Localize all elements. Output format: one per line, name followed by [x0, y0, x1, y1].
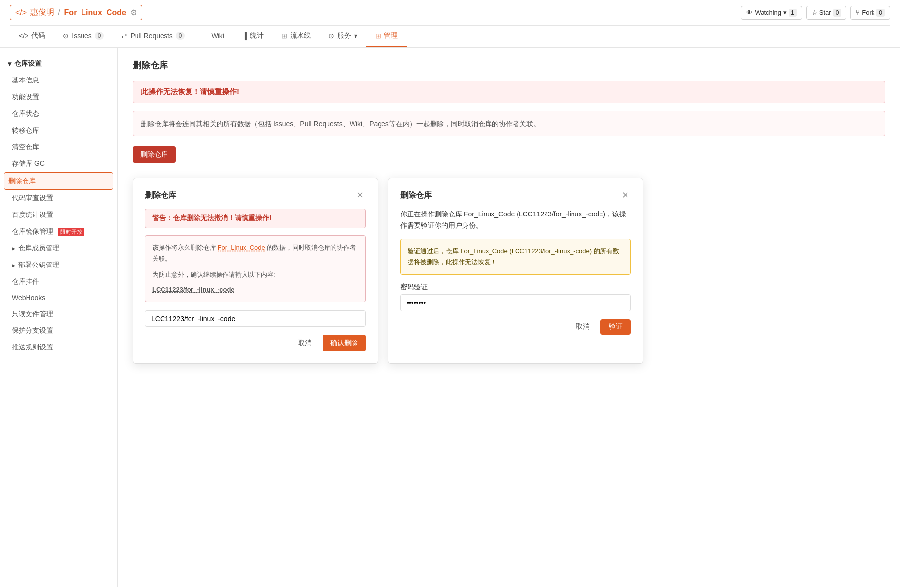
modal2-verify-button[interactable]: 验证 [600, 319, 631, 335]
tab-manage[interactable]: ⊞ 管理 [366, 26, 407, 47]
header: </> 惠俊明 / For_Linux_Code ⚙ 👁 Watching ▾ … [0, 0, 900, 48]
tab-issues[interactable]: ⊙ Issues 0 [54, 26, 112, 47]
repo-owner: 惠俊明 [30, 7, 54, 18]
modal2-footer: 取消 验证 [400, 319, 631, 335]
star-icon: ☆ [812, 9, 818, 16]
tab-manage-label: 管理 [384, 31, 398, 40]
repo-slash: / [58, 8, 60, 17]
tab-pipeline[interactable]: ⊞ 流水线 [273, 26, 320, 47]
modal1-repo-link[interactable]: For_Linux_Code [218, 244, 265, 251]
sidebar-item-label: 保护分支设置 [12, 326, 53, 335]
sidebar-item-repo-status[interactable]: 仓库状态 [0, 106, 117, 122]
sidebar-item-delete-repo[interactable]: 删除仓库 [4, 172, 113, 190]
sidebar-item-label: 百度统计设置 [12, 211, 53, 219]
header-top: </> 惠俊明 / For_Linux_Code ⚙ 👁 Watching ▾ … [10, 0, 890, 25]
sidebar-item-basic-info[interactable]: 基本信息 [0, 72, 117, 89]
modal1-cancel-button[interactable]: 取消 [292, 336, 318, 350]
limited-badge: 限时开放 [58, 228, 84, 236]
sidebar-item-label: 只读文件管理 [12, 310, 53, 319]
sidebar-item-label: 仓库成员管理 [18, 244, 59, 253]
alert-description-text: 删除仓库将会连同其相关的所有数据（包括 Issues、Pull Requests… [141, 120, 540, 128]
sidebar-section-label: 仓库设置 [14, 59, 42, 68]
sidebar: ▾ 仓库设置 基本信息 功能设置 仓库状态 转移仓库 清空仓库 存储库 GC 删… [0, 48, 118, 587]
tab-service-label: 服务 [337, 31, 351, 40]
tab-pullrequests[interactable]: ⇄ Pull Requests 0 [112, 26, 193, 47]
modal1-confirm-instruction: 为防止意外，确认继续操作请输入以下内容: [152, 271, 275, 278]
tab-code-label: 代码 [31, 31, 45, 40]
sidebar-item-label: 仓库状态 [12, 109, 39, 118]
modal2-cancel-button[interactable]: 取消 [570, 320, 596, 334]
modals-area: 删除仓库 ✕ 警告：仓库删除无法撤消！请慎重操作! 该操作将永久删除仓库 For… [133, 178, 885, 363]
alert-danger-text: 此操作无法恢复！请慎重操作! [141, 87, 239, 96]
layout: ▾ 仓库设置 基本信息 功能设置 仓库状态 转移仓库 清空仓库 存储库 GC 删… [0, 48, 900, 587]
manage-icon: ⊞ [375, 32, 381, 40]
modal2-header: 删除仓库 ✕ [400, 190, 631, 201]
modal1-confirm-delete-button[interactable]: 确认删除 [323, 335, 366, 351]
sidebar-item-func-settings[interactable]: 功能设置 [0, 89, 117, 106]
sidebar-item-baidu-stats[interactable]: 百度统计设置 [0, 207, 117, 223]
sidebar-item-push-rules[interactable]: 推送规则设置 [0, 339, 117, 356]
delete-repo-button[interactable]: 删除仓库 [133, 146, 176, 163]
alert-danger-strong: 此操作无法恢复！请慎重操作! [133, 81, 885, 103]
modal1-info-box: 该操作将永久删除仓库 For_Linux_Code 的数据，同时取消仓库的协作者… [145, 235, 366, 302]
sidebar-item-label: 仓库镜像管理 [12, 227, 53, 236]
fork-button[interactable]: ⑂ Fork 0 [850, 6, 890, 20]
modal1-info-line1: 该操作将永久删除仓库 For_Linux_Code 的数据，同时取消仓库的协作者… [152, 242, 358, 264]
stats-icon: ▐ [242, 32, 247, 40]
issues-badge: 0 [95, 32, 104, 40]
star-button[interactable]: ☆ Star 0 [806, 6, 847, 20]
delete-confirm-modal: 删除仓库 ✕ 警告：仓库删除无法撤消！请慎重操作! 该操作将永久删除仓库 For… [133, 178, 378, 363]
modal1-title: 删除仓库 [145, 190, 176, 201]
modal2-description: 你正在操作删除仓库 For_Linux_Code (LCC11223/for_-… [400, 209, 631, 231]
tab-service[interactable]: ⊙ 服务 ▾ [320, 26, 366, 47]
tab-pipeline-label: 流水线 [290, 31, 311, 40]
pipeline-icon: ⊞ [281, 32, 287, 40]
main-content: 删除仓库 此操作无法恢复！请慎重操作! 删除仓库将会连同其相关的所有数据（包括 … [118, 48, 900, 587]
sidebar-item-member-manage[interactable]: ▸ 仓库成员管理 [0, 240, 117, 257]
service-icon: ⊙ [328, 32, 334, 40]
watching-label: Watching [755, 9, 781, 16]
sidebar-item-protect-branch[interactable]: 保护分支设置 [0, 322, 117, 339]
nav-tabs: </> 代码 ⊙ Issues 0 ⇄ Pull Requests 0 ≣ Wi… [10, 25, 890, 47]
sidebar-item-mirror[interactable]: 仓库镜像管理 限时开放 [0, 223, 117, 240]
watching-button[interactable]: 👁 Watching ▾ 1 [741, 6, 802, 20]
modal1-repo-input[interactable] [145, 310, 366, 327]
sidebar-item-deploy-key[interactable]: ▸ 部署公钥管理 [0, 257, 117, 273]
fork-count: 0 [876, 9, 885, 17]
modal2-close-button[interactable]: ✕ [620, 190, 631, 201]
chevron-down-icon: ▾ [8, 60, 11, 68]
sidebar-item-gc-repo[interactable]: 存储库 GC [0, 156, 117, 172]
sidebar-item-label: 存储库 GC [12, 160, 45, 168]
tab-issues-label: Issues [72, 32, 91, 40]
sidebar-section-title[interactable]: ▾ 仓库设置 [0, 55, 117, 72]
tab-wiki[interactable]: ≣ Wiki [193, 26, 233, 47]
modal1-alert: 警告：仓库删除无法撤消！请慎重操作! [145, 209, 366, 228]
gear-icon[interactable]: ⚙ [130, 8, 137, 17]
sidebar-item-label: 删除仓库 [8, 177, 36, 186]
watching-count: 1 [789, 9, 797, 17]
repo-name: For_Linux_Code [64, 8, 126, 17]
modal2-warn-box: 验证通过后，仓库 For_Linux_Code (LCC11223/for_-l… [400, 239, 631, 275]
sidebar-item-webhook-widget[interactable]: 仓库挂件 [0, 273, 117, 290]
sidebar-item-clear-repo[interactable]: 清空仓库 [0, 139, 117, 156]
sidebar-item-label: 仓库挂件 [12, 277, 39, 286]
tab-stats[interactable]: ▐ 统计 [233, 26, 273, 47]
fork-label: Fork [862, 9, 874, 16]
header-actions: 👁 Watching ▾ 1 ☆ Star 0 ⑂ Fork 0 [741, 6, 890, 20]
tab-code[interactable]: </> 代码 [10, 26, 54, 47]
tab-stats-label: 统计 [250, 31, 264, 40]
sidebar-item-label: 部署公钥管理 [18, 261, 59, 269]
sidebar-item-code-review[interactable]: 代码审查设置 [0, 190, 117, 207]
sidebar-item-transfer-repo[interactable]: 转移仓库 [0, 122, 117, 139]
sidebar-item-label: WebHooks [12, 294, 45, 302]
modal1-close-button[interactable]: ✕ [355, 190, 366, 201]
modal2-password-label: 密码验证 [400, 283, 631, 292]
repo-title[interactable]: </> 惠俊明 / For_Linux_Code ⚙ [10, 5, 142, 20]
page-title: 删除仓库 [133, 59, 885, 71]
alert-warning-description: 删除仓库将会连同其相关的所有数据（包括 Issues、Pull Requests… [133, 111, 885, 136]
sidebar-item-readonly-file[interactable]: 只读文件管理 [0, 306, 117, 322]
modal1-info-line3: 为防止意外，确认继续操作请输入以下内容: [152, 269, 358, 280]
modal2-password-input[interactable] [400, 294, 631, 311]
tab-wiki-label: Wiki [211, 32, 224, 40]
sidebar-item-webhooks[interactable]: WebHooks [0, 290, 117, 306]
